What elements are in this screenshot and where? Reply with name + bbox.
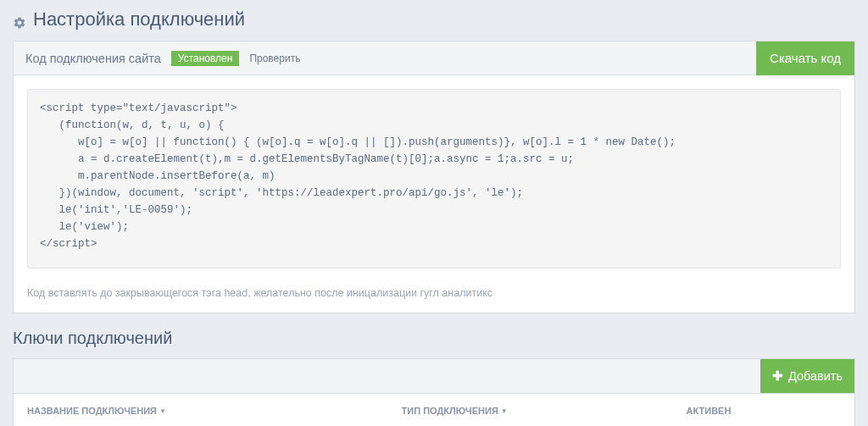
keys-table-panel: ✚ Добавить НАЗВАНИЕ ПОДКЛЮЧЕНИЯ ▼ ТИП ПО… [13, 358, 855, 426]
page-title-text: Настройка подключений [33, 8, 245, 30]
col-header-name[interactable]: НАЗВАНИЕ ПОДКЛЮЧЕНИЯ ▼ [27, 406, 402, 416]
col-header-type-label: ТИП ПОДКЛЮЧЕНИЯ [402, 406, 498, 416]
code-panel-header: Код подключения сайта Установлен Провери… [14, 41, 854, 75]
code-block[interactable]: <script type="text/javascript"> (functio… [27, 89, 841, 268]
table-header: НАЗВАНИЕ ПОДКЛЮЧЕНИЯ ▼ ТИП ПОДКЛЮЧЕНИЯ ▼… [14, 394, 854, 426]
code-panel: Код подключения сайта Установлен Провери… [13, 41, 855, 313]
status-badge: Установлен [171, 51, 240, 66]
download-button[interactable]: Скачать код [756, 41, 854, 75]
col-header-active-label: АКТИВЕН [687, 406, 732, 416]
add-button-label: Добавить [788, 369, 843, 383]
col-header-type[interactable]: ТИП ПОДКЛЮЧЕНИЯ ▼ [402, 406, 687, 416]
col-header-name-label: НАЗВАНИЕ ПОДКЛЮЧЕНИЯ [27, 406, 157, 416]
sort-caret-icon: ▼ [159, 407, 166, 415]
gear-icon [13, 13, 26, 26]
code-note: Код вставлять до закрывающегося тэга hea… [14, 282, 854, 313]
keys-toolbar: ✚ Добавить [14, 359, 854, 394]
sort-caret-icon: ▼ [501, 407, 508, 415]
check-link[interactable]: Проверить [249, 53, 300, 64]
plus-icon: ✚ [772, 369, 783, 383]
page-title: Настройка подключений [13, 8, 855, 30]
col-header-active: АКТИВЕН [687, 406, 841, 416]
code-panel-title: Код подключения сайта [25, 52, 161, 65]
add-button[interactable]: ✚ Добавить [760, 359, 854, 393]
keys-section-title: Ключи подключений [13, 329, 855, 348]
